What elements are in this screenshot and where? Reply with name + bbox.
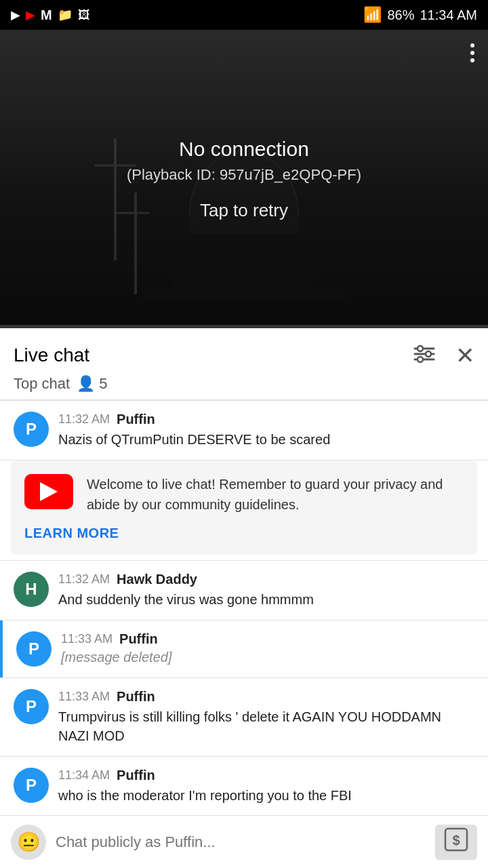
time-text: 11:34 AM <box>420 7 477 23</box>
avatar: P <box>14 768 49 803</box>
youtube-logo <box>24 474 73 509</box>
message-text-deleted: [message deleted] <box>61 650 474 665</box>
header-actions: ✕ <box>409 339 474 371</box>
message-author: Puffin <box>117 412 155 427</box>
message-content: 11:33 AM Puffin [message deleted] <box>61 631 474 665</box>
live-chat-header: Live chat ✕ Top chat 👤 5 <box>0 328 488 400</box>
message-meta: 11:33 AM Puffin <box>58 689 474 705</box>
video-progress-bar[interactable] <box>0 325 488 328</box>
video-player[interactable]: No connection (Playback ID: 957u7jB_e2QP… <box>0 30 488 328</box>
welcome-card-inner: Welcome to live chat! Remember to guard … <box>24 474 464 515</box>
message-item: P 11:34 AM Puffin who is the moderator I… <box>0 757 488 816</box>
svg-text:$: $ <box>452 833 460 848</box>
message-meta: 11:33 AM Puffin <box>61 631 474 647</box>
status-icons: ▶ ▶ M 📁 🖼 <box>11 7 90 23</box>
status-bar: ▶ ▶ M 📁 🖼 📶 86% 11:34 AM <box>0 0 488 30</box>
svg-point-17 <box>418 357 423 362</box>
battery-text: 86% <box>387 7 414 23</box>
welcome-text: Welcome to live chat! Remember to guard … <box>87 474 464 515</box>
image-icon: 🖼 <box>78 8 90 22</box>
message-item: P 11:33 AM Puffin Trumpvirus is still ki… <box>0 678 488 756</box>
message-time: 11:34 AM <box>58 768 110 783</box>
message-content: 11:34 AM Puffin who is the moderator I'm… <box>58 768 474 805</box>
message-text: Trumpvirus is still killing folks ' dele… <box>58 707 474 745</box>
svg-rect-11 <box>108 301 380 315</box>
message-time: 11:33 AM <box>58 690 110 704</box>
no-connection-text: No connection <box>127 138 361 161</box>
viewers-row: 👤 5 <box>77 375 107 393</box>
avatar: P <box>16 631 52 667</box>
message-item-deleted: P 11:33 AM Puffin [message deleted] <box>0 620 488 677</box>
message-text: Nazis of QTrumPutin DESERVE to be scared <box>58 430 474 449</box>
send-icon: $ <box>444 827 468 856</box>
message-content: 11:32 AM Puffin Nazis of QTrumPutin DESE… <box>58 412 474 449</box>
message-text: And suddenly the virus was gone hmmmm <box>58 590 474 609</box>
video-overlay: No connection (Playback ID: 957u7jB_e2QP… <box>127 138 361 221</box>
message-item: H 11:32 AM Hawk Daddy And suddenly the v… <box>0 561 488 620</box>
message-author: Puffin <box>117 689 155 705</box>
more-options-button[interactable] <box>466 39 479 66</box>
message-item: P 11:32 AM Puffin Nazis of QTrumPutin DE… <box>0 401 488 460</box>
chat-sub-row: Top chat 👤 5 <box>14 375 474 399</box>
live-chat-title: Live chat <box>14 344 89 366</box>
avatar: P <box>14 412 49 447</box>
svg-point-15 <box>418 346 423 351</box>
viewer-count: 5 <box>99 375 107 393</box>
message-time: 11:32 AM <box>58 412 110 427</box>
message-meta: 11:34 AM Puffin <box>58 768 474 783</box>
folder-icon: 📁 <box>58 7 73 22</box>
message-content: 11:32 AM Hawk Daddy And suddenly the vir… <box>58 572 474 609</box>
youtube-icon: ▶ <box>26 7 35 22</box>
avatar: H <box>14 572 49 607</box>
filter-button[interactable] <box>409 339 439 371</box>
message-author: Hawk Daddy <box>117 572 197 587</box>
message-meta: 11:32 AM Puffin <box>58 412 474 427</box>
m-icon: M <box>41 7 52 23</box>
svg-point-16 <box>426 351 431 357</box>
tap-retry-text: Tap to retry <box>127 200 361 221</box>
emoji-icon: 😐 <box>17 831 41 853</box>
play-icon: ▶ <box>11 7 20 22</box>
message-author: Puffin <box>119 631 158 647</box>
playback-id-text: (Playback ID: 957u7jB_e2QPQ-PF) <box>127 166 361 184</box>
chat-messages-list: P 11:32 AM Puffin Nazis of QTrumPutin DE… <box>0 401 488 868</box>
send-button[interactable]: $ <box>435 825 477 860</box>
yt-play-icon <box>40 482 58 501</box>
viewers-icon: 👤 <box>77 375 95 393</box>
welcome-card: Welcome to live chat! Remember to guard … <box>11 460 477 555</box>
wifi-icon: 📶 <box>363 6 382 24</box>
filter-icon <box>412 342 436 366</box>
learn-more-button[interactable]: LEARN MORE <box>24 526 119 541</box>
message-content: 11:33 AM Puffin Trumpvirus is still kill… <box>58 689 474 745</box>
chat-input-bar: 😐 $ <box>0 815 488 868</box>
avatar: P <box>14 689 49 724</box>
message-meta: 11:32 AM Hawk Daddy <box>58 572 474 587</box>
chat-text-input[interactable] <box>56 833 426 851</box>
emoji-button[interactable]: 😐 <box>11 825 46 860</box>
close-chat-button[interactable]: ✕ <box>455 342 474 369</box>
status-right: 📶 86% 11:34 AM <box>363 6 477 24</box>
message-author: Puffin <box>117 768 155 783</box>
message-time: 11:33 AM <box>61 632 113 646</box>
message-time: 11:32 AM <box>58 572 110 587</box>
message-text: who is the moderator I'm reporting you t… <box>58 786 474 805</box>
top-chat-label: Top chat <box>14 375 70 393</box>
